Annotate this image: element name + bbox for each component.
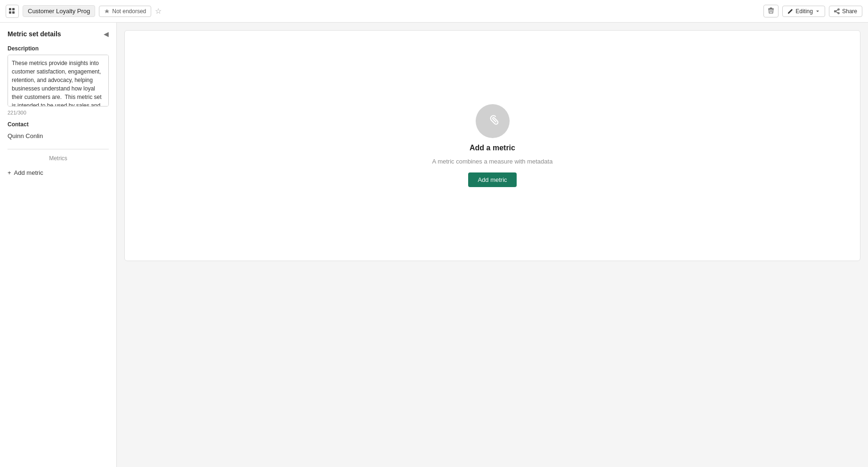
not-endorsed-button[interactable]: Not endorsed	[99, 6, 151, 17]
svg-rect-2	[9, 11, 11, 14]
svg-rect-1	[12, 8, 15, 10]
empty-state: Add a metric A metric combines a measure…	[432, 104, 553, 187]
share-button[interactable]: Share	[829, 6, 862, 17]
page-title: Customer Loyalty Prog	[23, 5, 95, 17]
delete-button[interactable]	[763, 5, 779, 17]
topbar-left: Customer Loyalty Prog Not endorsed ☆	[6, 5, 162, 18]
empty-icon-circle	[476, 104, 510, 138]
sidebar-header: Metric set details ◀	[8, 30, 109, 38]
contact-label: Contact	[8, 121, 109, 128]
description-label: Description	[8, 45, 109, 52]
star-button[interactable]: ☆	[155, 7, 162, 16]
paperclip-icon	[485, 114, 500, 129]
metric-panel: Add a metric A metric combines a measure…	[124, 30, 860, 261]
main-layout: Metric set details ◀ Description These m…	[0, 23, 868, 467]
svg-line-11	[836, 9, 838, 11]
add-metric-button[interactable]: Add metric	[468, 172, 516, 187]
divider	[8, 149, 109, 149]
svg-rect-3	[12, 11, 15, 14]
metrics-section-label: Metrics	[8, 155, 109, 162]
empty-state-subtitle: A metric combines a measure with metadat…	[432, 158, 553, 165]
share-label: Share	[842, 8, 857, 15]
star-icon: ☆	[155, 7, 162, 15]
svg-line-12	[836, 11, 838, 13]
grid-icon-button[interactable]	[6, 5, 19, 18]
not-endorsed-label: Not endorsed	[112, 8, 146, 15]
topbar: Customer Loyalty Prog Not endorsed ☆	[0, 0, 868, 23]
sidebar: Metric set details ◀ Description These m…	[0, 23, 117, 467]
editing-button[interactable]: Editing	[782, 6, 825, 17]
contact-section: Contact Quinn Conlin	[8, 121, 109, 141]
add-metric-link[interactable]: + Add metric	[8, 167, 109, 178]
editing-label: Editing	[795, 8, 813, 15]
svg-point-10	[834, 10, 836, 12]
topbar-right: Editing Share	[763, 5, 862, 17]
empty-state-title: Add a metric	[470, 144, 515, 152]
svg-rect-0	[9, 8, 11, 10]
share-icon	[834, 8, 840, 14]
sidebar-title: Metric set details	[8, 30, 61, 38]
svg-point-8	[838, 8, 839, 10]
add-metric-plus-icon: +	[8, 169, 11, 176]
svg-rect-5	[770, 8, 772, 8]
chevron-down-icon	[815, 9, 820, 14]
svg-point-9	[838, 12, 839, 14]
contact-name: Quinn Conlin	[8, 131, 109, 141]
content-area: Add a metric A metric combines a measure…	[117, 23, 868, 467]
char-count: 221/300	[8, 110, 109, 115]
collapse-button[interactable]: ◀	[104, 30, 109, 38]
description-textarea[interactable]: These metrics provide insights into cust…	[8, 55, 109, 107]
add-metric-link-label: Add metric	[14, 169, 43, 176]
